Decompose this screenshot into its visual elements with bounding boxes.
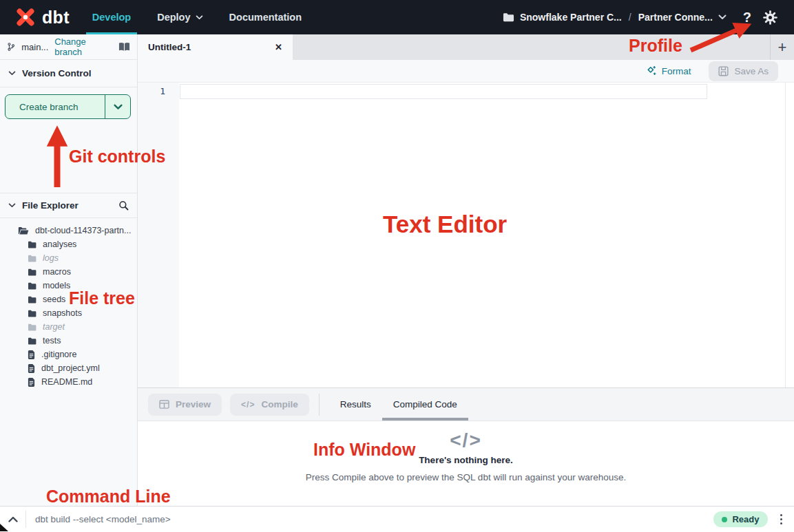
git-branch-icon <box>7 41 15 52</box>
create-branch-label[interactable]: Create branch <box>6 95 105 118</box>
command-bar: dbt build --select <model_name> Ready <box>0 506 794 532</box>
overflow-menu-icon[interactable] <box>777 511 786 529</box>
dbt-cloud-ide: dbt Develop Deploy Documentation Snowfla… <box>0 0 794 532</box>
status-label: Ready <box>732 514 759 524</box>
section-title: File Explorer <box>22 200 79 211</box>
settings-gear-icon[interactable] <box>763 10 777 25</box>
code-icon: </> <box>450 430 481 451</box>
help-icon[interactable]: ? <box>743 10 751 25</box>
folder-icon <box>28 282 36 290</box>
folder-icon <box>28 323 36 331</box>
nav-item-documentation[interactable]: Documentation <box>216 0 315 34</box>
tree-item-target[interactable]: target <box>0 320 137 334</box>
nav-item-develop[interactable]: Develop <box>79 0 144 34</box>
project-selector[interactable]: Snowflake Partner C... / Partner Conne..… <box>503 12 727 23</box>
tree-item-label: .gitignore <box>41 350 76 359</box>
info-window-panel: Preview </> Compile Results Compiled Cod… <box>138 387 794 506</box>
nav-item-deploy[interactable]: Deploy <box>144 0 216 34</box>
file-explorer-header[interactable]: File Explorer <box>0 193 137 218</box>
tree-item-snapshots[interactable]: snapshots <box>0 306 137 320</box>
tree-item-label: logs <box>43 253 59 263</box>
tree-item-readme-md[interactable]: README.md <box>0 375 137 389</box>
tree-item-dbt-cloud-114373-partn[interactable]: dbt-cloud-114373-partn... <box>0 224 137 237</box>
logo-text: dbt <box>42 8 70 28</box>
folder-icon <box>28 296 36 304</box>
search-icon[interactable] <box>118 200 129 211</box>
tab-untitled-1[interactable]: Untitled-1 ✕ <box>138 34 293 60</box>
sidebar: Version Control Create branch File Explo… <box>0 60 138 506</box>
format-button[interactable]: Format <box>646 65 691 76</box>
file-tree: dbt-cloud-114373-partn...analyseslogsmac… <box>0 224 137 389</box>
save-icon <box>718 66 729 76</box>
change-branch-link[interactable]: Change branch <box>54 36 108 57</box>
folder-icon <box>28 255 36 262</box>
version-control-header[interactable]: Version Control <box>0 60 137 87</box>
tab-compiled-code[interactable]: Compiled Code <box>382 388 468 421</box>
empty-state-subtitle: Press Compile above to preview the SQL d… <box>306 472 627 482</box>
format-sparkle-icon <box>646 65 657 76</box>
status-dot <box>722 517 727 522</box>
tab-results[interactable]: Results <box>329 388 382 421</box>
save-as-button[interactable]: Save As <box>709 61 778 81</box>
folder-icon <box>28 268 36 276</box>
branch-bar: main... Change branch <box>0 34 138 60</box>
compile-label: Compile <box>261 399 297 409</box>
navbar-right: Snowflake Partner C... / Partner Conne..… <box>503 10 794 25</box>
tree-item-label: seeds <box>43 295 65 304</box>
project-name: Partner Conne... <box>638 12 713 23</box>
divider <box>319 394 320 416</box>
close-tab-icon[interactable]: ✕ <box>275 42 282 52</box>
dbt-logo-icon <box>14 6 37 29</box>
tree-item-analyses[interactable]: analyses <box>0 237 137 251</box>
chevron-down-icon <box>8 203 16 208</box>
current-branch: main... <box>21 42 48 52</box>
nav-item-label: Documentation <box>229 12 302 23</box>
top-navbar: dbt Develop Deploy Documentation Snowfla… <box>0 0 794 34</box>
tree-item-dbt-project-yml[interactable]: dbt_project.yml <box>0 361 137 375</box>
create-branch-caret[interactable] <box>105 95 130 118</box>
tree-item-label: dbt_project.yml <box>41 363 100 373</box>
command-input[interactable]: dbt build --select <model_name> <box>35 514 713 524</box>
breadcrumb-separator: / <box>627 12 633 23</box>
table-icon <box>159 400 169 409</box>
chevron-down-icon <box>196 15 203 20</box>
preview-button[interactable]: Preview <box>148 394 222 416</box>
panel-empty-state: </> There's nothing here. Press Compile … <box>138 421 794 506</box>
create-branch-button[interactable]: Create branch <box>5 94 131 119</box>
tree-item-logs[interactable]: logs <box>0 251 137 265</box>
chevron-down-icon <box>114 104 123 110</box>
tree-item-label: README.md <box>41 377 92 387</box>
divider <box>25 511 26 528</box>
editor-gutter <box>138 83 179 387</box>
new-tab-button[interactable]: + <box>770 34 794 60</box>
save-as-label: Save As <box>734 66 769 76</box>
tree-item-label: target <box>43 322 65 332</box>
folder-icon <box>503 12 514 22</box>
folder-icon <box>28 310 36 317</box>
account-name: Snowflake Partner C... <box>520 12 622 23</box>
docs-book-icon[interactable] <box>118 42 130 52</box>
tree-item-models[interactable]: models <box>0 279 137 292</box>
panel-header: Preview </> Compile Results Compiled Cod… <box>138 388 794 421</box>
status-badge: Ready <box>713 511 767 527</box>
tree-item-label: macros <box>43 267 71 277</box>
tab-title: Untitled-1 <box>148 42 275 52</box>
current-line-highlight[interactable] <box>180 84 707 99</box>
file-icon <box>28 364 35 373</box>
tree-item-macros[interactable]: macros <box>0 265 137 279</box>
tree-item-label: snapshots <box>43 308 82 318</box>
compile-button[interactable]: </> Compile <box>230 394 309 416</box>
tab-label: Compiled Code <box>393 399 457 409</box>
dbt-logo[interactable]: dbt <box>0 6 76 29</box>
folder-icon <box>28 337 36 345</box>
nav-item-label: Deploy <box>157 12 190 23</box>
preview-label: Preview <box>176 399 211 409</box>
expand-command-bar-icon[interactable] <box>0 516 25 522</box>
tree-item-tests[interactable]: tests <box>0 334 137 348</box>
tree-item-gitignore[interactable]: .gitignore <box>0 348 137 361</box>
editor-scroll-margin <box>785 83 786 387</box>
code-editor[interactable]: 1 <box>138 83 794 387</box>
tree-item-seeds[interactable]: seeds <box>0 292 137 306</box>
folder-icon <box>28 241 36 248</box>
nav-item-label: Develop <box>92 12 131 23</box>
